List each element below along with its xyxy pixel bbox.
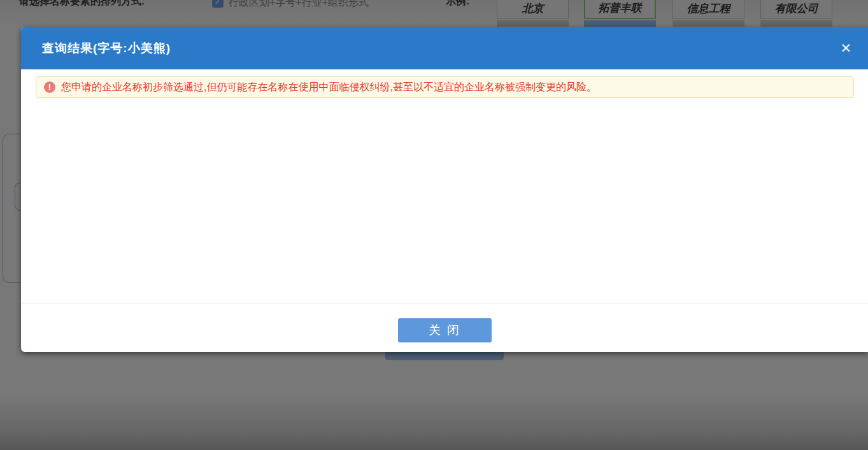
- exclamation-icon: !: [44, 81, 55, 93]
- close-button[interactable]: 关 闭: [398, 318, 492, 342]
- dialog-title: 查询结果(字号:小美熊): [42, 40, 171, 57]
- warning-alert: ! 您申请的企业名称初步筛选通过,但仍可能存在名称在使用中面临侵权纠纷,甚至以不…: [36, 76, 854, 98]
- close-icon[interactable]: ✕: [840, 41, 851, 55]
- screen: 请选择名称要素的排列方式: ✓ 行政区划+字号+行业+组织形式 示例: 北京 拓…: [0, 0, 868, 450]
- dialog-body: ! 您申请的企业名称初步筛选通过,但仍可能存在名称在使用中面临侵权纠纷,甚至以不…: [21, 69, 868, 304]
- dialog-footer: 关 闭: [21, 304, 868, 352]
- query-result-dialog: 查询结果(字号:小美熊) ✕ ! 您申请的企业名称初步筛选通过,但仍可能存在名称…: [21, 27, 868, 352]
- warning-message: 您申请的企业名称初步筛选通过,但仍可能存在名称在使用中面临侵权纠纷,甚至以不适宜…: [61, 81, 597, 94]
- dialog-header: 查询结果(字号:小美熊) ✕: [21, 27, 868, 69]
